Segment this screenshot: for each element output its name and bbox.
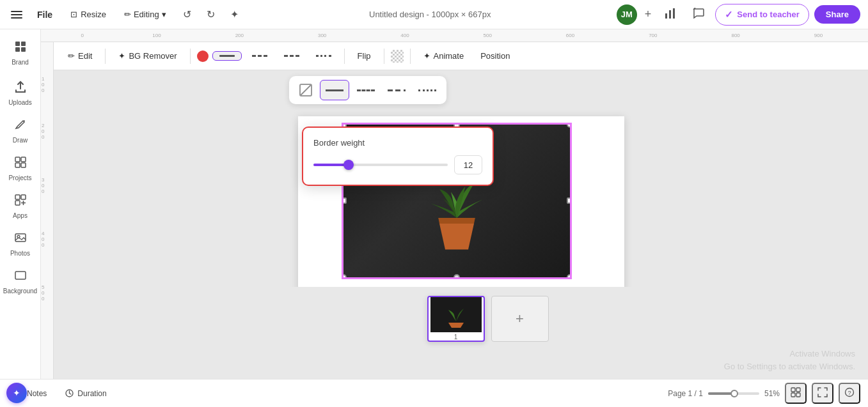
svg-text:?: ? [848, 390, 851, 396]
dotted-border-option[interactable] [413, 80, 441, 100]
border-popup-title: Border weight [313, 138, 482, 148]
sidebar-label-brand: Brand [12, 59, 29, 66]
chevron-down-icon: ▾ [162, 10, 166, 19]
svg-rect-31 [796, 388, 800, 392]
sidebar-item-draw[interactable]: Draw [3, 112, 38, 149]
pencil-icon: ✏ [124, 10, 131, 19]
position-button[interactable]: Position [474, 48, 516, 64]
border-weight-slider[interactable] [313, 164, 448, 166]
dashed-border-option[interactable] [352, 80, 380, 100]
sidebar-label-apps: Apps [13, 212, 28, 219]
slider-thumb[interactable] [343, 160, 354, 170]
file-button[interactable]: File [31, 6, 59, 23]
bg-remover-button[interactable]: ✦ BG Remover [112, 48, 183, 64]
svg-rect-4 [21, 42, 26, 46]
svg-rect-2 [673, 8, 675, 19]
uploads-icon [13, 80, 28, 97]
sidebar-label-photos: Photos [10, 250, 30, 257]
handle-top-right[interactable] [567, 123, 572, 128]
no-border-option[interactable] [294, 80, 317, 100]
svg-rect-30 [791, 388, 795, 392]
fullscreen-button[interactable] [812, 383, 833, 404]
thumbnail-strip: 1 + [107, 287, 868, 351]
duration-icon [65, 388, 74, 398]
edit-button[interactable]: ✏ Edit [61, 48, 99, 64]
sidebar-label-draw: Draw [13, 137, 28, 144]
ruler-vtick-500: 500 [42, 284, 44, 302]
sidebar-label-projects: Projects [8, 174, 31, 181]
share-button[interactable]: Share [814, 5, 860, 24]
analytics-button[interactable] [659, 4, 682, 26]
sidebar-item-photos[interactable]: Photos [3, 226, 38, 262]
line-dash1-button[interactable] [246, 52, 274, 60]
svg-rect-18 [15, 272, 26, 279]
ruler-top: 0 100 200 300 400 500 600 700 800 900 [41, 29, 868, 42]
long-dash-border-option[interactable] [383, 80, 411, 100]
page-thumbnail-1[interactable]: 1 [427, 296, 485, 342]
avatar[interactable]: JM [617, 4, 637, 25]
ruler-vtick-300: 300 [42, 177, 44, 194]
line-dotted-button[interactable] [310, 52, 338, 60]
brand-icon [13, 40, 28, 57]
draw-icon [13, 118, 28, 135]
thumb-page-number: 1 [454, 334, 458, 341]
check-circle-icon: ✓ [725, 9, 733, 20]
handle-bottom-left[interactable] [342, 274, 347, 279]
ruler-tick-300: 300 [318, 33, 326, 38]
handle-mid-left[interactable] [342, 197, 347, 204]
sidebar-item-brand[interactable]: Brand [3, 35, 38, 71]
zoom-thumb[interactable] [730, 390, 738, 397]
svg-rect-12 [21, 195, 26, 199]
canvas-area: ✏ Edit ✦ BG Remover Flip ✦ Animat [54, 42, 868, 379]
sidebar-item-background[interactable]: Background [3, 263, 38, 300]
zoom-level: 51% [764, 389, 780, 398]
zoom-slider[interactable] [708, 392, 759, 395]
magic-button[interactable]: ✦ [225, 5, 244, 24]
menu-button[interactable] [8, 8, 26, 22]
line-dash2-button[interactable] [278, 52, 306, 60]
dotted-line-preview [418, 89, 436, 91]
svg-rect-10 [21, 163, 26, 167]
solid-border-option[interactable] [320, 80, 349, 100]
editing-button[interactable]: ✏ Editing ▾ [118, 6, 173, 22]
grid-view-button[interactable] [785, 383, 807, 404]
sidebar-item-projects[interactable]: Projects [3, 150, 38, 187]
comment-button[interactable] [687, 4, 710, 26]
ruler-tick-200: 200 [235, 33, 244, 38]
sidebar-item-apps[interactable]: Apps [3, 188, 38, 224]
ruler-tick-700: 700 [649, 33, 657, 38]
animate-button[interactable]: ✦ Animate [417, 48, 471, 64]
flip-button[interactable]: Flip [351, 48, 377, 64]
handle-bottom-right[interactable] [567, 274, 572, 279]
ruler-tick-800: 800 [731, 33, 739, 38]
add-page-button[interactable]: + [491, 296, 549, 342]
line-dotted-icon [316, 55, 331, 57]
add-collaborator-button[interactable]: + [642, 5, 654, 24]
animate-icon: ✦ [423, 51, 430, 61]
line-dash2-icon [284, 55, 299, 57]
border-weight-popup: Border weight 12 [302, 127, 494, 186]
ruler-vtick-400: 400 [42, 231, 44, 248]
svg-rect-32 [791, 393, 795, 397]
send-to-teacher-button[interactable]: ✓ Send to teacher [715, 4, 809, 26]
handle-bottom-center[interactable] [454, 274, 460, 279]
line-solid-button[interactable] [212, 51, 242, 61]
help-button[interactable]: ? [839, 383, 860, 404]
ruler-left: 100 200 300 400 500 [41, 42, 54, 379]
transparency-button[interactable] [391, 50, 404, 63]
resize-button[interactable]: ⊡ Resize [64, 6, 113, 22]
svg-rect-8 [21, 157, 26, 162]
line-solid-icon [219, 55, 235, 57]
redo-button[interactable]: ↻ [201, 5, 220, 24]
svg-line-29 [70, 394, 72, 395]
border-weight-input[interactable]: 12 [454, 155, 482, 174]
svg-marker-19 [439, 224, 474, 250]
color-picker-button[interactable] [197, 50, 209, 62]
top-toolbar: File ⊡ Resize ✏ Editing ▾ ↺ ↻ ✦ Untitled… [0, 0, 868, 29]
handle-mid-right[interactable] [567, 197, 572, 204]
duration-button[interactable]: Duration [58, 385, 113, 401]
undo-button[interactable]: ↺ [178, 5, 196, 24]
analytics-icon [664, 7, 677, 20]
sidebar-item-uploads[interactable]: Uploads [3, 75, 38, 111]
magic-shortcut-button[interactable]: ✦ [6, 383, 27, 403]
